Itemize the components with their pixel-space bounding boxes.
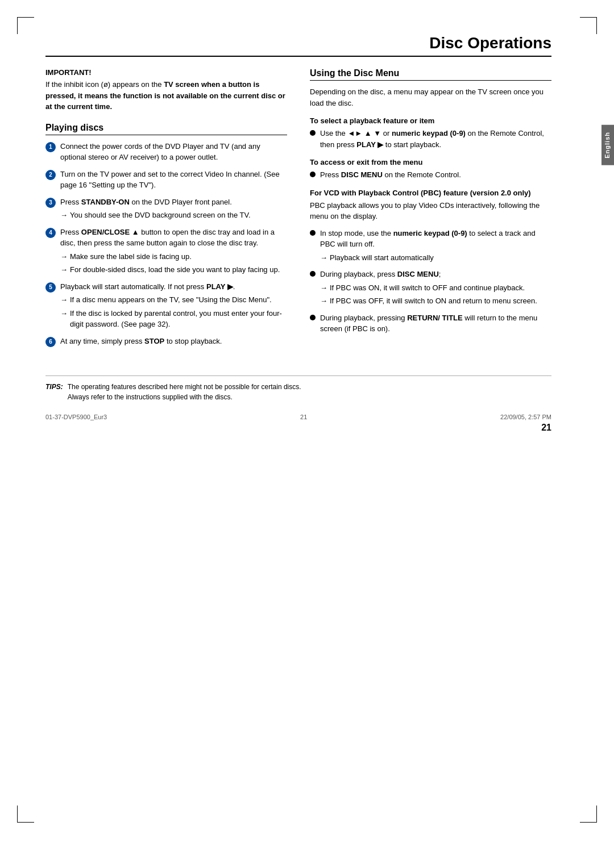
sub-heading-vcd: For VCD with Playback Control (PBC) feat…	[310, 189, 551, 197]
item-text: In stop mode, use the numeric keypad (0-…	[320, 228, 551, 264]
left-column: IMPORTANT! If the inhibit icon (ø) appea…	[45, 68, 287, 353]
list-item: Use the ◄► ▲ ▼ or numeric keypad (0-9) o…	[310, 128, 551, 150]
step-content: Press OPEN/CLOSE ▲ button to open the di…	[60, 227, 287, 276]
corner-mark-tl	[17, 17, 34, 34]
list-item: 4 Press OPEN/CLOSE ▲ button to open the …	[45, 227, 287, 276]
sub-heading-select: To select a playback feature or item	[310, 116, 551, 125]
item-text: Press DISC MENU on the Remote Control.	[320, 169, 551, 181]
playing-discs-heading: Playing discs	[45, 123, 287, 135]
list-item: Press DISC MENU on the Remote Control.	[310, 169, 551, 181]
list-item: 5 Playback will start automatically. If …	[45, 281, 287, 330]
bullet-dot	[310, 172, 316, 177]
step-content: Playback will start automatically. If no…	[60, 281, 287, 330]
list-item: 1 Connect the power cords of the DVD Pla…	[45, 141, 287, 163]
sub-heading-access: To access or exit from the menu	[310, 158, 551, 166]
item-text: During playback, press DISC MENU; If PBC…	[320, 269, 551, 307]
footer-right: 22/09/05, 2:57 PM	[500, 414, 551, 420]
arrow-note: For double-sided discs, load the side yo…	[60, 264, 287, 276]
page-footer: 01-37-DVP5900_Eur3 21 22/09/05, 2:57 PM	[45, 414, 551, 420]
arrow-note: Playback will start automatically	[320, 252, 551, 264]
corner-mark-bl	[17, 806, 34, 823]
list-item: During playback, press DISC MENU; If PBC…	[310, 269, 551, 307]
step-content: Turn on the TV power and set to the corr…	[60, 169, 287, 191]
tips-text: The operating features described here mi…	[68, 382, 301, 402]
step-number: 3	[45, 198, 56, 208]
bullet-list-select: Use the ◄► ▲ ▼ or numeric keypad (0-9) o…	[310, 128, 551, 150]
arrow-note: If PBC was OFF, it will switch to ON and…	[320, 295, 551, 307]
list-item: 3 Press STANDBY-ON on the DVD Player fro…	[45, 197, 287, 221]
footer-left: 01-37-DVP5900_Eur3	[45, 414, 107, 420]
list-item: In stop mode, use the numeric keypad (0-…	[310, 228, 551, 264]
page-number: 21	[541, 423, 551, 432]
playing-discs-list: 1 Connect the power cords of the DVD Pla…	[45, 141, 287, 347]
bullet-dot	[310, 230, 316, 236]
arrow-note: If the disc is locked by parental contro…	[60, 308, 287, 330]
step-content: Connect the power cords of the DVD Playe…	[60, 141, 287, 163]
arrow-note: If a disc menu appears on the TV, see "U…	[60, 294, 287, 306]
two-column-layout: IMPORTANT! If the inhibit icon (ø) appea…	[45, 68, 551, 353]
language-tab: English	[601, 125, 614, 165]
important-text: If the inhibit icon (ø) appears on the T…	[45, 79, 287, 112]
arrow-note: If PBC was ON, it will switch to OFF and…	[320, 282, 551, 294]
corner-mark-br	[580, 806, 597, 823]
step-number: 1	[45, 142, 56, 152]
important-label: IMPORTANT!	[45, 68, 287, 77]
page-title: Disc Operations	[45, 34, 551, 57]
step-number: 5	[45, 282, 56, 293]
footer-center: 21	[300, 414, 307, 420]
arrow-note: Make sure the label side is facing up.	[60, 251, 287, 262]
vcd-intro: PBC playback allows you to play Video CD…	[310, 200, 551, 222]
item-text: During playback, pressing RETURN/ TITLE …	[320, 312, 551, 335]
list-item: 6 At any time, simply press STOP to stop…	[45, 336, 287, 347]
item-text: Use the ◄► ▲ ▼ or numeric keypad (0-9) o…	[320, 128, 551, 150]
step-content: Press STANDBY-ON on the DVD Player front…	[60, 197, 287, 221]
bullet-dot	[310, 130, 316, 136]
step-number: 2	[45, 170, 56, 180]
page-number-area: 21	[45, 423, 551, 433]
arrow-note: You should see the DVD background screen…	[60, 210, 287, 221]
bullet-dot	[310, 315, 316, 320]
tips-label: TIPS:	[45, 382, 63, 392]
page-wrapper: English Disc Operations IMPORTANT! If th…	[0, 0, 614, 868]
step-number: 6	[45, 337, 56, 347]
step-number: 4	[45, 228, 56, 238]
tips-section: TIPS: The operating features described h…	[45, 375, 551, 402]
step-content: At any time, simply press STOP to stop p…	[60, 336, 287, 347]
bullet-dot	[310, 271, 316, 277]
bullet-list-vcd: In stop mode, use the numeric keypad (0-…	[310, 228, 551, 335]
right-column: Using the Disc Menu Depending on the dis…	[310, 68, 551, 353]
disc-menu-intro: Depending on the disc, a menu may appear…	[310, 86, 551, 108]
corner-mark-tr	[580, 17, 597, 34]
list-item: During playback, pressing RETURN/ TITLE …	[310, 312, 551, 335]
important-block: IMPORTANT! If the inhibit icon (ø) appea…	[45, 68, 287, 112]
using-disc-menu-heading: Using the Disc Menu	[310, 68, 551, 81]
bullet-list-access: Press DISC MENU on the Remote Control.	[310, 169, 551, 181]
list-item: 2 Turn on the TV power and set to the co…	[45, 169, 287, 191]
